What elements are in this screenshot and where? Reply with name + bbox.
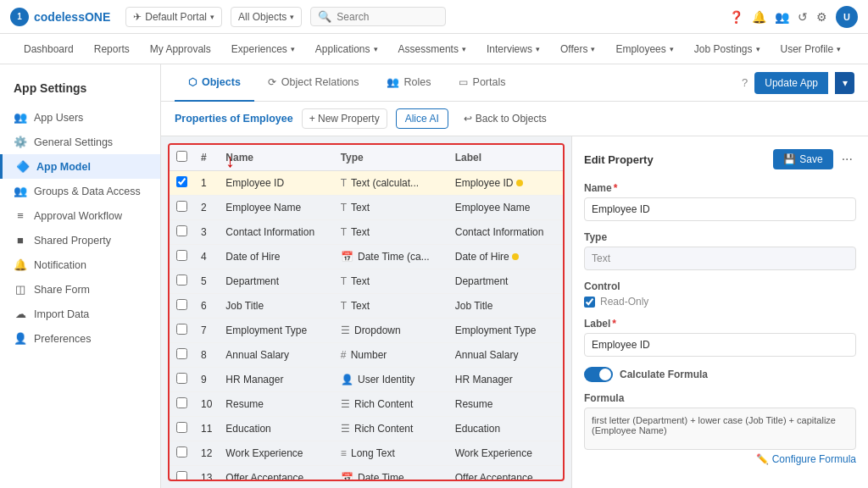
- readonly-checkbox[interactable]: [584, 297, 595, 308]
- table-row[interactable]: 7 Employment Type ☰ Dropdown Employment …: [170, 319, 563, 343]
- select-all-checkbox[interactable]: [176, 151, 187, 162]
- users-icon[interactable]: 👥: [775, 10, 789, 24]
- tab-object-relations[interactable]: ⟳ Object Relations: [254, 64, 373, 102]
- table-row[interactable]: 12 Work Experience ≡ Long Text Work Expe…: [170, 441, 563, 466]
- logo-text: codelessONE: [34, 10, 110, 24]
- table-row[interactable]: 10 Resume ☰ Rich Content Resume: [170, 392, 563, 417]
- sidebar-title: App Settings: [0, 75, 160, 105]
- row-checkbox[interactable]: [176, 446, 187, 458]
- name-field-input[interactable]: [584, 197, 856, 221]
- row-checkbox[interactable]: [176, 422, 187, 433]
- row-num: 10: [194, 392, 219, 417]
- label-field-input[interactable]: [584, 333, 856, 357]
- row-checkbox[interactable]: [176, 299, 187, 310]
- help-icon[interactable]: ?: [742, 76, 748, 89]
- nav-applications[interactable]: Applications▾: [305, 34, 388, 64]
- nav-user-profile[interactable]: User Profile▾: [771, 34, 852, 64]
- save-button[interactable]: 💾 Save: [773, 149, 832, 169]
- users-icon: 👥: [14, 111, 27, 124]
- table-row[interactable]: 2 Employee Name T Text Employee Name: [170, 196, 563, 220]
- back-to-objects-button[interactable]: ↩ Back to Objects: [457, 109, 554, 128]
- history-icon[interactable]: ↺: [798, 10, 808, 24]
- bell-icon: 🔔: [14, 258, 27, 271]
- nav-employees[interactable]: Employees▾: [605, 34, 683, 64]
- sort-arrow-indicator: ↓: [225, 152, 235, 170]
- row-checkbox[interactable]: [176, 176, 187, 187]
- avatar[interactable]: U: [836, 6, 858, 28]
- table-row[interactable]: 5 Department T Text Department: [170, 269, 563, 294]
- content-header: ⬡ Objects ⟳ Object Relations 👥 Roles ▭ P…: [161, 64, 868, 102]
- table-row[interactable]: 8 Annual Salary # Number Annual Salary: [170, 343, 563, 368]
- alice-ai-button[interactable]: Alice AI: [396, 108, 448, 129]
- row-num: 3: [194, 220, 219, 245]
- row-label: Department: [448, 269, 563, 294]
- row-checkbox[interactable]: [176, 471, 187, 481]
- row-num: 2: [194, 196, 219, 220]
- table-row[interactable]: 6 Job Title T Text Job Title: [170, 294, 563, 319]
- sidebar-item-preferences[interactable]: 👤 Preferences: [0, 326, 160, 351]
- row-checkbox[interactable]: [176, 225, 187, 236]
- row-name: Department: [219, 269, 333, 294]
- row-checkbox[interactable]: [176, 250, 187, 261]
- edit-header-actions: 💾 Save ···: [773, 148, 856, 170]
- question-icon[interactable]: ❓: [729, 10, 743, 24]
- table-row[interactable]: 11 Education ☰ Rich Content Education: [170, 417, 563, 441]
- tab-objects[interactable]: ⬡ Objects: [175, 64, 254, 102]
- sidebar-item-shared-property[interactable]: ■ Shared Property: [0, 228, 160, 252]
- calculate-formula-toggle[interactable]: [584, 367, 613, 382]
- row-type: T Text: [334, 220, 448, 245]
- sidebar-item-groups-data-access[interactable]: 👥 Groups & Data Access: [0, 179, 160, 203]
- nav-assessments[interactable]: Assessments▾: [388, 34, 476, 64]
- more-options-button[interactable]: ···: [838, 148, 856, 170]
- table-row[interactable]: 4 Date of Hire 📅 Date Time (ca... Date o…: [170, 245, 563, 269]
- nav-experiences[interactable]: Experiences▾: [221, 34, 305, 64]
- row-name: Offer Acceptance ...: [219, 466, 333, 482]
- sidebar-item-app-model[interactable]: 🔷 App Model: [0, 154, 160, 179]
- table-row[interactable]: 13 Offer Acceptance ... 📅 Date Time Offe…: [170, 466, 563, 482]
- row-checkbox[interactable]: [176, 201, 187, 212]
- sidebar-item-import-data[interactable]: ☁ Import Data: [0, 302, 160, 326]
- row-checkbox[interactable]: [176, 348, 187, 359]
- table-row[interactable]: 3 Contact Information T Text Contact Inf…: [170, 220, 563, 245]
- row-name: Resume: [219, 392, 333, 417]
- control-section: Control Read-Only: [584, 280, 856, 308]
- sidebar-item-notification[interactable]: 🔔 Notification: [0, 252, 160, 277]
- nav-offers[interactable]: Offers▾: [550, 34, 605, 64]
- type-field-label: Type: [584, 231, 856, 243]
- nav-interviews[interactable]: Interviews▾: [476, 34, 550, 64]
- update-app-button[interactable]: Update App: [754, 72, 828, 94]
- search-box[interactable]: 🔍: [310, 7, 446, 26]
- table-row[interactable]: 1 Employee ID T Text (calculat... Employ…: [170, 171, 563, 196]
- checkbox-header: [170, 145, 194, 171]
- nav-my-approvals[interactable]: My Approvals: [140, 34, 221, 64]
- row-label: Employee Name: [448, 196, 563, 220]
- type-column-header: Type: [334, 145, 448, 171]
- row-checkbox[interactable]: [176, 274, 187, 286]
- row-checkbox[interactable]: [176, 324, 187, 335]
- search-input[interactable]: [337, 11, 438, 23]
- sidebar-item-general-settings[interactable]: ⚙️ General Settings: [0, 130, 160, 154]
- portal-button[interactable]: ✈ Default Portal ▾: [125, 7, 222, 27]
- row-label: Offer Acceptance ...: [448, 466, 563, 482]
- all-objects-dropdown[interactable]: All Objects ▾: [231, 7, 302, 27]
- tabs: ⬡ Objects ⟳ Object Relations 👥 Roles ▭ P…: [175, 64, 519, 102]
- portals-icon: ▭: [459, 76, 468, 88]
- tab-portals[interactable]: ▭ Portals: [445, 64, 520, 102]
- table-row[interactable]: 9 HR Manager 👤 User Identity HR Manager: [170, 368, 563, 392]
- update-app-arrow-button[interactable]: ▾: [835, 72, 854, 94]
- bell-icon[interactable]: 🔔: [752, 10, 766, 24]
- new-property-button[interactable]: + New Property: [302, 108, 387, 129]
- nav-dashboard[interactable]: Dashboard: [14, 34, 84, 64]
- nav-job-postings[interactable]: Job Postings▾: [684, 34, 771, 64]
- configure-formula-link[interactable]: ✏️ Configure Formula: [584, 453, 856, 465]
- sidebar-item-approval-workflow[interactable]: ≡ Approval Workflow: [0, 203, 160, 228]
- sidebar-item-share-form[interactable]: ◫ Share Form: [0, 277, 160, 302]
- settings-icon[interactable]: ⚙: [816, 10, 827, 24]
- logo[interactable]: 1 codelessONE: [10, 8, 110, 26]
- tab-roles[interactable]: 👥 Roles: [373, 64, 445, 102]
- nav-reports[interactable]: Reports: [84, 34, 140, 64]
- edit-panel-title: Edit Property: [584, 153, 654, 166]
- row-checkbox[interactable]: [176, 373, 187, 384]
- row-checkbox[interactable]: [176, 397, 187, 408]
- sidebar-item-app-users[interactable]: 👥 App Users: [0, 105, 160, 130]
